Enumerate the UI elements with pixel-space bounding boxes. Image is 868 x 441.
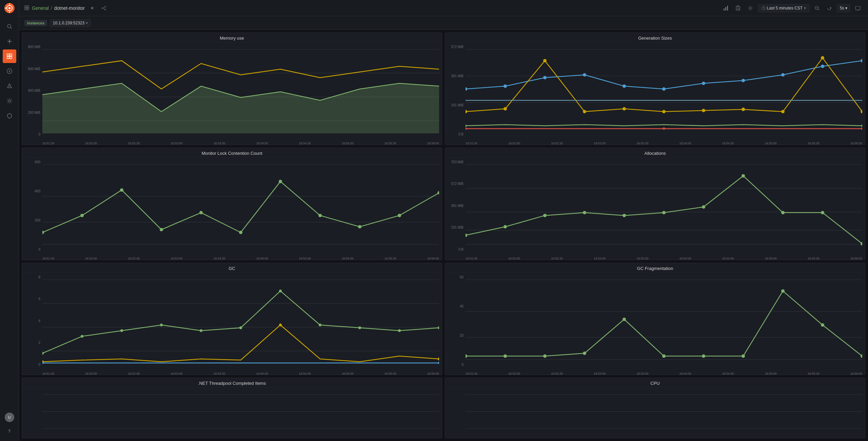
svg-point-116 (160, 323, 163, 326)
svg-rect-20 (27, 6, 29, 7)
svg-point-15 (9, 70, 10, 72)
breadcrumb-sep: / (51, 5, 52, 11)
alloc-chart-area (466, 159, 862, 256)
filterbar: instances 10.1.0.239:52323 ▾ (19, 16, 868, 30)
svg-point-142 (821, 323, 824, 327)
svg-point-105 (781, 211, 785, 214)
svg-point-33 (749, 7, 751, 9)
panel-threadpool-body (22, 387, 442, 438)
time-range-label: Last 5 minutes CST (767, 6, 803, 10)
svg-point-24 (102, 7, 103, 8)
panel-generation-sizes-title: Generation Sizes (445, 33, 865, 42)
sidebar-explore-icon[interactable] (3, 64, 16, 78)
sidebar-bottom: U ? (3, 411, 16, 438)
topbar-actions: Last 5 minutes CST ▾ 5s ▾ (721, 3, 863, 13)
svg-point-69 (781, 110, 785, 113)
gc-y-axis: 86420 (25, 274, 42, 371)
panel-allocations: Allocations 763 MiB572 MiB381 MiB191 MiB… (445, 148, 865, 260)
panel-memory-use-title: Memory use (22, 33, 442, 42)
panel-cpu-title: CPU (445, 378, 865, 387)
tv-mode-button[interactable] (853, 3, 863, 13)
svg-point-136 (583, 352, 586, 355)
svg-point-65 (623, 107, 626, 110)
svg-point-98 (504, 225, 507, 228)
lock-y-axis: 6004002000 (25, 159, 42, 256)
svg-point-120 (319, 323, 321, 326)
time-range-button[interactable]: Last 5 minutes CST ▾ (758, 4, 810, 12)
gc-chart-container: 86420 (25, 274, 439, 371)
sidebar-add-icon[interactable] (3, 35, 16, 48)
star-button[interactable]: ★ (87, 3, 97, 13)
svg-point-117 (200, 329, 202, 332)
svg-rect-19 (25, 6, 26, 7)
gc-chart-area (42, 274, 439, 371)
svg-point-123 (438, 326, 439, 329)
threadpool-chart-area (42, 389, 439, 435)
sidebar-help-icon[interactable]: ? (3, 424, 16, 438)
memory-chart-container: 800 MiB600 MiB400 MiB200 MiB0 (25, 44, 439, 141)
svg-point-17 (9, 87, 9, 87)
alloc-y-axis: 763 MiB572 MiB381 MiB191 MiB0 B (448, 159, 466, 256)
breadcrumb-home[interactable]: General (32, 5, 49, 11)
instance-dropdown-chevron: ▾ (86, 21, 88, 25)
svg-point-73 (861, 125, 862, 127)
svg-rect-10 (7, 54, 9, 56)
svg-point-71 (861, 110, 862, 113)
svg-point-122 (398, 329, 401, 332)
svg-point-59 (821, 65, 824, 68)
zoom-out-button[interactable] (812, 3, 822, 13)
svg-point-119 (279, 289, 282, 292)
grafana-logo[interactable] (4, 3, 15, 14)
sidebar-dashboards-icon[interactable] (3, 49, 16, 63)
svg-point-89 (358, 225, 361, 228)
svg-point-50 (466, 87, 467, 91)
frag-x-axis: 16:51:3016:52:0016:52:3016:53:0016:53:30… (448, 371, 862, 375)
panel-gc-fragmentation-title: GC Fragmentation (445, 263, 865, 273)
svg-point-90 (398, 214, 401, 217)
svg-point-84 (160, 228, 163, 231)
sidebar-search-icon[interactable] (3, 20, 16, 33)
svg-point-61 (466, 110, 467, 113)
svg-point-121 (358, 326, 361, 329)
svg-point-23 (104, 6, 105, 7)
svg-point-133 (466, 354, 467, 358)
refresh-rate-button[interactable]: 5s ▾ (837, 4, 850, 12)
settings-cog-button[interactable] (746, 3, 755, 13)
svg-rect-11 (10, 54, 12, 56)
gen-sizes-x-axis: 16:51:3016:52:0016:52:3016:53:0016:53:30… (448, 141, 862, 145)
svg-point-134 (504, 354, 507, 358)
refresh-rate-label: 5s (840, 6, 844, 10)
breadcrumb-current: dotnet-monitor (54, 5, 85, 11)
instances-label[interactable]: instances (24, 20, 47, 26)
svg-point-140 (742, 354, 745, 358)
svg-rect-38 (855, 6, 860, 10)
svg-point-66 (662, 110, 666, 113)
frag-y-axis: 6040200 (448, 274, 466, 371)
alloc-chart-container: 763 MiB572 MiB381 MiB191 MiB0 B (448, 159, 862, 256)
chart-type-button[interactable] (721, 3, 731, 13)
svg-point-137 (623, 317, 626, 321)
svg-point-138 (662, 354, 666, 358)
refresh-button[interactable] (825, 3, 834, 13)
sidebar-alerting-icon[interactable] (3, 79, 16, 93)
panel-cpu-body (445, 387, 865, 438)
instance-value: 10.1.0.239:52323 (53, 21, 84, 25)
svg-point-114 (81, 335, 83, 337)
svg-point-72 (466, 125, 467, 127)
sidebar: U ? (0, 0, 19, 441)
panel-threadpool: .NET Threadpool Completed Items (22, 378, 442, 438)
frag-chart-container: 6040200 (448, 274, 862, 371)
user-avatar[interactable]: U (5, 413, 14, 422)
sidebar-shield-icon[interactable] (3, 109, 16, 123)
sidebar-settings-icon[interactable] (3, 94, 16, 108)
svg-point-63 (543, 59, 547, 62)
threadpool-chart-container (25, 389, 439, 435)
share-button[interactable] (99, 3, 108, 13)
cpu-chart-container (448, 389, 862, 435)
svg-line-7 (11, 27, 12, 29)
save-button[interactable] (733, 3, 743, 13)
panel-allocations-title: Allocations (445, 148, 865, 158)
panel-generation-sizes-body: 572 MiB381 MiB191 MiB0 B (445, 42, 865, 148)
cpu-y-axis (448, 389, 466, 435)
instance-dropdown[interactable]: 10.1.0.239:52323 ▾ (50, 19, 91, 27)
